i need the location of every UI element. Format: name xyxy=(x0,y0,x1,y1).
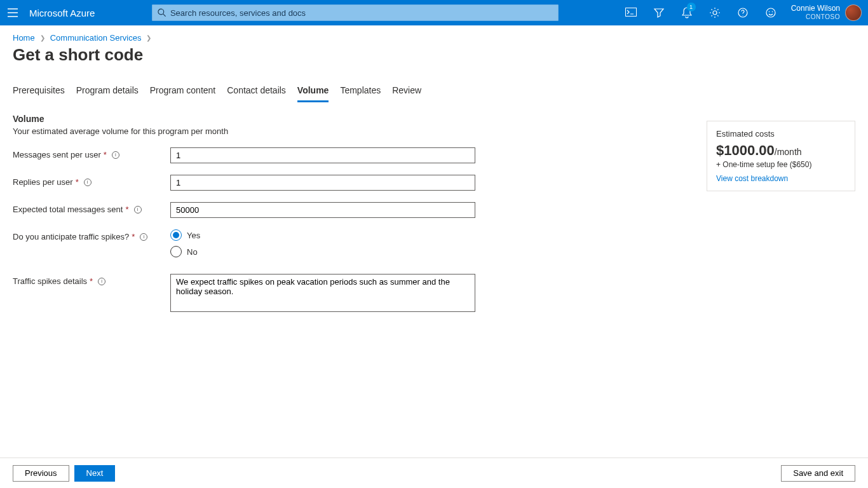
required-indicator: * xyxy=(132,232,135,241)
avatar xyxy=(845,4,862,21)
top-icons: 1 xyxy=(617,0,785,25)
top-bar: Microsoft Azure 1 Connie Wilson C xyxy=(0,0,868,25)
breadcrumb-home[interactable]: Home xyxy=(13,33,35,43)
next-button[interactable]: Next xyxy=(74,465,116,482)
info-icon[interactable]: i xyxy=(134,206,142,214)
account-menu[interactable]: Connie Wilson CONTOSO xyxy=(791,4,862,21)
svg-point-4 xyxy=(766,8,775,17)
svg-point-5 xyxy=(768,11,770,13)
chevron-right-icon: ❯ xyxy=(146,34,151,41)
feedback-icon[interactable] xyxy=(757,0,785,25)
breadcrumb-communication-services[interactable]: Communication Services xyxy=(50,33,142,43)
messages-per-user-input[interactable] xyxy=(170,147,475,163)
content-area: Home ❯ Communication Services ❯ Get a sh… xyxy=(0,25,868,458)
expected-total-input[interactable] xyxy=(170,202,475,218)
save-and-exit-button[interactable]: Save and exit xyxy=(781,465,855,482)
search-icon xyxy=(158,8,166,17)
account-directory: CONTOSO xyxy=(791,13,840,21)
cost-title: Estimated costs xyxy=(716,129,846,139)
required-indicator: * xyxy=(104,150,107,159)
breadcrumb: Home ❯ Communication Services ❯ xyxy=(13,33,855,43)
tab-program-details[interactable]: Program details xyxy=(76,83,139,102)
directory-filter-icon[interactable] xyxy=(645,0,673,25)
tab-review[interactable]: Review xyxy=(392,83,421,102)
svg-rect-1 xyxy=(625,8,636,17)
tab-contact-details[interactable]: Contact details xyxy=(227,83,286,102)
tab-prerequisites[interactable]: Prerequisites xyxy=(13,83,65,102)
replies-per-user-label: Replies per user xyxy=(13,177,73,187)
help-icon[interactable] xyxy=(729,0,757,25)
info-icon[interactable]: i xyxy=(84,179,92,186)
svg-point-2 xyxy=(713,11,717,15)
previous-button[interactable]: Previous xyxy=(13,465,69,482)
info-icon[interactable]: i xyxy=(140,233,147,241)
settings-gear-icon[interactable] xyxy=(701,0,729,25)
tab-program-content[interactable]: Program content xyxy=(150,83,216,102)
cost-amount: $1000.00 xyxy=(716,142,775,158)
required-indicator: * xyxy=(90,276,93,286)
radio-yes-label: Yes xyxy=(187,231,200,240)
cloud-shell-icon[interactable] xyxy=(617,0,645,25)
traffic-spikes-label: Do you anticipate traffic spikes? xyxy=(13,232,129,241)
search-container xyxy=(152,4,559,21)
tabs: Prerequisites Program details Program co… xyxy=(13,83,855,102)
global-search[interactable] xyxy=(152,4,559,21)
tab-templates[interactable]: Templates xyxy=(340,83,381,102)
radio-no-label: No xyxy=(187,247,198,257)
radio-button-icon xyxy=(170,229,182,241)
spikes-details-label: Traffic spikes details xyxy=(13,276,87,286)
required-indicator: * xyxy=(76,177,79,187)
traffic-spikes-no-radio[interactable]: No xyxy=(170,246,475,257)
spikes-details-textarea[interactable] xyxy=(170,274,475,312)
expected-total-label: Expected total messages sent xyxy=(13,205,123,214)
svg-point-6 xyxy=(771,11,773,13)
cost-unit: /month xyxy=(775,147,802,157)
search-input[interactable] xyxy=(170,8,553,18)
cost-setup-fee: + One-time setup fee ($650) xyxy=(716,160,846,169)
info-icon[interactable]: i xyxy=(98,278,105,285)
chevron-right-icon: ❯ xyxy=(40,34,45,41)
estimated-cost-card: Estimated costs $1000.00/month + One-tim… xyxy=(707,121,855,191)
radio-button-icon xyxy=(170,246,182,257)
traffic-spikes-yes-radio[interactable]: Yes xyxy=(170,229,475,241)
page-title: Get a short code xyxy=(13,45,855,65)
notifications-icon[interactable]: 1 xyxy=(673,0,701,25)
replies-per-user-input[interactable] xyxy=(170,175,475,191)
notification-badge: 1 xyxy=(687,3,696,11)
footer-bar: Previous Next Save and exit xyxy=(0,458,868,488)
svg-point-0 xyxy=(158,9,164,15)
cost-breakdown-link[interactable]: View cost breakdown xyxy=(716,174,788,183)
required-indicator: * xyxy=(125,205,128,214)
messages-per-user-label: Messages sent per user xyxy=(13,150,101,159)
brand-label: Microsoft Azure xyxy=(29,8,95,18)
info-icon[interactable]: i xyxy=(112,151,119,159)
tab-volume[interactable]: Volume xyxy=(297,83,329,102)
hamburger-menu-icon[interactable] xyxy=(0,8,25,17)
account-name: Connie Wilson xyxy=(791,4,840,13)
